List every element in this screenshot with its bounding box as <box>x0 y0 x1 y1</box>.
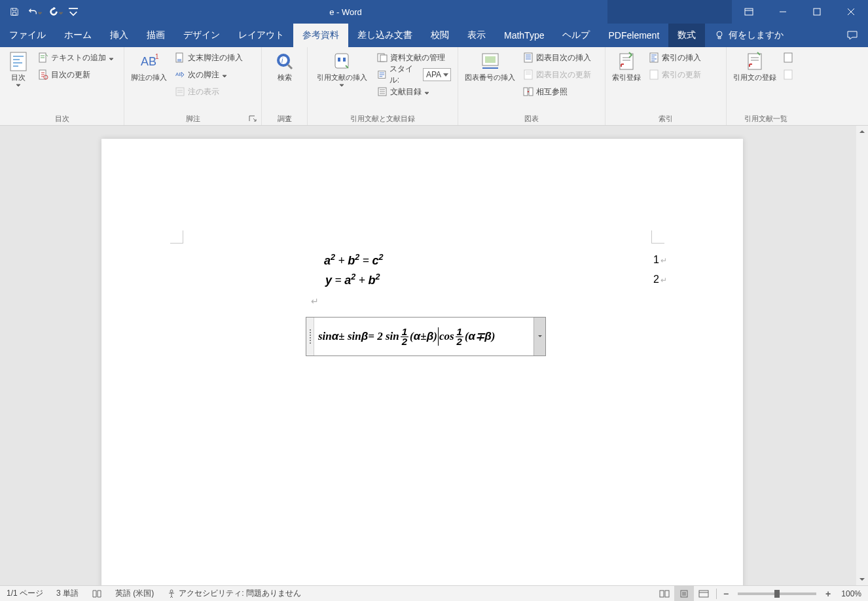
save-button[interactable] <box>5 3 24 21</box>
tab-layout[interactable]: レイアウト <box>229 24 293 47</box>
insert-toa-button[interactable] <box>782 50 795 65</box>
account-area[interactable] <box>607 0 732 24</box>
insert-index-button[interactable]: 索引の挿入 <box>646 50 704 65</box>
svg-rect-25 <box>529 88 533 96</box>
mark-citation-button[interactable]: 引用文の登録 <box>731 50 779 83</box>
equation-editor-box[interactable]: sin α ± sin β = 2 sin 12 (α ± β)cos 12 (… <box>306 317 546 356</box>
caption-icon <box>480 51 501 72</box>
footnotes-dialog-launcher[interactable] <box>248 115 257 124</box>
insert-endnote-button[interactable]: 文末脚注の挿入 <box>172 50 245 65</box>
crop-mark-tl <box>170 230 183 244</box>
update-toc-button[interactable]: 目次の更新 <box>35 67 117 82</box>
next-footnote-button[interactable]: AB次の脚注 <box>172 67 245 82</box>
tab-references[interactable]: 参考資料 <box>293 24 348 47</box>
tab-pdfelement[interactable]: PDFelement <box>599 24 668 47</box>
zoom-level[interactable]: 100% <box>835 589 868 598</box>
equation-2[interactable]: y = a2 + b2 <box>325 272 380 287</box>
svg-rect-29 <box>748 54 761 69</box>
web-layout-button[interactable] <box>694 586 714 602</box>
title-bar: e - Word <box>0 0 868 24</box>
divider <box>716 589 717 599</box>
tell-me-search[interactable]: 何をしますか <box>705 24 793 47</box>
tab-view[interactable]: 表示 <box>458 24 495 47</box>
tab-mathtype[interactable]: MathType <box>495 24 553 47</box>
read-mode-button[interactable] <box>655 586 674 602</box>
mark-citation-icon <box>744 51 765 72</box>
word-count[interactable]: 3 単語 <box>50 586 85 601</box>
vertical-scrollbar[interactable] <box>856 126 868 585</box>
update-tof-button[interactable]: 図表目次の更新 <box>520 67 594 82</box>
tab-draw[interactable]: 描画 <box>137 24 174 47</box>
tell-me-label: 何をしますか <box>729 29 784 41</box>
insert-citation-button[interactable]: 引用文献の挿入 <box>312 50 372 92</box>
book-icon <box>92 589 102 599</box>
svg-point-2 <box>717 31 722 37</box>
insert-tof-button[interactable]: 図表目次の挿入 <box>520 50 594 65</box>
page-count[interactable]: 1/1 ページ <box>0 586 50 601</box>
language-indicator[interactable]: 英語 (米国) <box>109 586 160 601</box>
print-layout-button[interactable] <box>674 586 694 602</box>
group-label-toc: 目次 <box>4 113 120 125</box>
document-area: a2 + b2 = c2 1↵ y = a2 + b2 2↵ ↵ sin α ±… <box>0 126 868 585</box>
next-footnote-icon: AB <box>175 69 185 80</box>
quick-access-toolbar <box>0 0 84 24</box>
equation-1[interactable]: a2 + b2 = c2 <box>324 253 384 268</box>
add-text-icon <box>38 52 48 63</box>
insert-footnote-button[interactable]: AB1 脚注の挿入 <box>128 50 170 83</box>
insert-caption-button[interactable]: 図表番号の挿入 <box>462 50 518 83</box>
tab-help[interactable]: ヘルプ <box>553 24 599 47</box>
svg-rect-1 <box>814 9 820 15</box>
page[interactable]: a2 + b2 = c2 1↵ y = a2 + b2 2↵ ↵ sin α ±… <box>101 139 743 585</box>
zoom-slider-thumb[interactable] <box>774 590 780 598</box>
tab-review[interactable]: 校閲 <box>422 24 458 47</box>
search-button[interactable]: i 検索 <box>270 50 299 83</box>
maximize-button[interactable] <box>800 0 834 24</box>
equation-3-content[interactable]: sin α ± sin β = 2 sin 12 (α ± β)cos 12 (… <box>314 327 533 346</box>
minimize-button[interactable] <box>766 0 800 24</box>
endnote-icon <box>175 52 185 63</box>
scroll-up-button[interactable] <box>856 126 868 137</box>
toa-icon <box>783 52 793 63</box>
update-toa-button[interactable] <box>782 67 795 82</box>
accessibility-checker[interactable]: アクセシビリティ: 問題ありません <box>160 586 308 601</box>
toc-button[interactable]: 目次 <box>4 50 33 92</box>
status-bar: 1/1 ページ 3 単語 英語 (米国) アクセシビリティ: 問題ありません −… <box>0 585 868 601</box>
zoom-slider[interactable] <box>738 592 816 595</box>
tab-design[interactable]: デザイン <box>174 24 229 47</box>
zoom-out-button[interactable]: − <box>719 589 732 599</box>
add-text-button[interactable]: テキストの追加 <box>35 50 117 65</box>
tab-file[interactable]: ファイル <box>0 24 55 47</box>
window-controls <box>732 0 868 24</box>
redo-button[interactable] <box>47 3 65 21</box>
footnote-icon: AB1 <box>139 51 160 72</box>
spell-check[interactable] <box>85 586 109 601</box>
scroll-down-button[interactable] <box>856 574 868 585</box>
cross-reference-button[interactable]: 相互参照 <box>520 84 594 100</box>
svg-rect-22 <box>524 53 532 62</box>
show-notes-button[interactable]: 注の表示 <box>172 84 245 100</box>
citation-style-select[interactable]: APA <box>423 68 451 81</box>
update-toc-icon <box>38 69 48 80</box>
bibliography-button[interactable]: 文献目録 <box>374 84 454 100</box>
comments-button[interactable] <box>837 24 868 47</box>
ribbon: 目次 テキストの追加 目次の更新 目次 AB1 脚注の挿入 文末脚注の挿入 AB… <box>0 47 868 126</box>
update-index-button[interactable]: 索引の更新 <box>646 67 704 82</box>
tab-mailings[interactable]: 差し込み文書 <box>348 24 422 47</box>
tab-formula[interactable]: 数式 <box>668 24 705 47</box>
zoom-in-button[interactable]: + <box>822 589 835 599</box>
text-cursor <box>438 327 439 346</box>
svg-point-13 <box>280 56 287 64</box>
group-footnotes: AB1 脚注の挿入 文末脚注の挿入 AB次の脚注 注の表示 脚注 <box>124 47 262 125</box>
close-button[interactable] <box>834 0 868 24</box>
window-title: e - Word <box>84 7 607 17</box>
tab-insert[interactable]: 挿入 <box>101 24 137 47</box>
equation-dropdown[interactable] <box>533 318 545 355</box>
equation-handle[interactable] <box>306 318 314 355</box>
tab-home[interactable]: ホーム <box>55 24 101 47</box>
customize-qat-button[interactable] <box>68 3 79 21</box>
ribbon-display-button[interactable] <box>732 0 766 24</box>
group-label-footnotes: 脚注 <box>128 113 257 125</box>
tof-icon <box>523 52 533 63</box>
undo-button[interactable] <box>26 3 45 21</box>
mark-index-entry-button[interactable]: 索引登録 <box>609 50 643 83</box>
